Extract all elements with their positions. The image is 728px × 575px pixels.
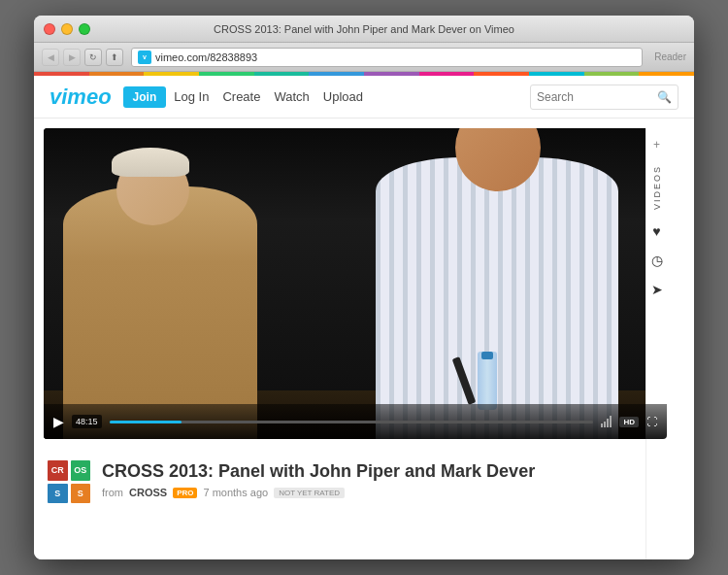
- create-link[interactable]: Create: [222, 89, 260, 104]
- search-input[interactable]: [537, 90, 653, 104]
- video-info: CR OS S S CROSS 2013: Panel with John Pi…: [34, 449, 694, 513]
- progress-bar[interactable]: [110, 421, 594, 423]
- window-controls: [44, 23, 90, 35]
- share-icon: ⬆: [111, 52, 118, 62]
- refresh-button[interactable]: ↻: [84, 49, 102, 66]
- site-favicon: v: [138, 51, 151, 64]
- search-icon[interactable]: 🔍: [657, 90, 672, 104]
- browser-window: CROSS 2013: Panel with John Piper and Ma…: [34, 16, 694, 559]
- video-scene: [44, 128, 667, 439]
- rating-badge: NOT YET RATED: [274, 488, 345, 498]
- minimize-button[interactable]: [61, 23, 73, 35]
- person-right-body: [376, 157, 618, 439]
- share-button[interactable]: ⬆: [106, 49, 123, 66]
- fullscreen-icon[interactable]: ⛶: [646, 416, 657, 427]
- channel-name[interactable]: CROSS: [129, 487, 167, 498]
- back-icon: ◀: [48, 52, 54, 62]
- main-content: vimeo Join Log In Create Watch Upload 🔍 …: [34, 76, 694, 559]
- time-display: 48:15: [72, 415, 102, 428]
- refresh-icon: ↻: [89, 52, 97, 62]
- play-button[interactable]: ▶: [53, 414, 64, 429]
- watch-link[interactable]: Watch: [274, 89, 309, 104]
- back-button[interactable]: ◀: [42, 49, 59, 66]
- reader-button[interactable]: Reader: [654, 51, 686, 62]
- video-title: CROSS 2013: Panel with John Piper and Ma…: [102, 460, 667, 483]
- login-link[interactable]: Log In: [174, 89, 209, 104]
- join-button[interactable]: Join: [123, 86, 167, 108]
- videos-tab[interactable]: VIDEOS: [652, 165, 662, 210]
- video-meta: from CROSS PRO 7 months ago NOT YET RATE…: [102, 487, 667, 498]
- url-text: vimeo.com/82838893: [155, 51, 636, 63]
- vimeo-header: vimeo Join Log In Create Watch Upload 🔍: [34, 76, 694, 118]
- maximize-button[interactable]: [79, 23, 90, 35]
- title-bar: CROSS 2013: Panel with John Piper and Ma…: [34, 16, 694, 43]
- logo-s2: S: [71, 484, 91, 504]
- hd-badge: HD: [619, 417, 639, 427]
- plus-icon[interactable]: +: [653, 138, 660, 152]
- nav-bar: ◀ ▶ ↻ ⬆ v vimeo.com/82838893 Reader: [34, 43, 694, 72]
- page-title: CROSS 2013: Panel with John Piper and Ma…: [214, 23, 514, 35]
- search-bar[interactable]: 🔍: [530, 85, 678, 110]
- address-bar[interactable]: v vimeo.com/82838893: [131, 48, 643, 67]
- right-side-panel: + VIDEOS ♥ ◷ ➤: [645, 128, 667, 559]
- progress-fill: [110, 421, 182, 423]
- vimeo-logo: vimeo: [50, 85, 112, 110]
- persons-layer: [44, 128, 667, 439]
- video-controls: ▶ 48:15 HD ⛶: [44, 404, 667, 439]
- main-nav: Log In Create Watch Upload: [174, 89, 530, 104]
- logo-os: OS: [71, 460, 91, 481]
- heart-icon[interactable]: ♥: [652, 223, 660, 239]
- video-title-section: CROSS 2013: Panel with John Piper and Ma…: [102, 460, 667, 498]
- time-ago: 7 months ago: [203, 487, 268, 498]
- logo-cr: CR: [48, 460, 68, 481]
- watch-later-icon[interactable]: ◷: [651, 253, 663, 268]
- channel-logo: CR OS S S: [48, 460, 90, 503]
- from-label: from: [102, 487, 123, 498]
- water-bottle: [478, 352, 497, 410]
- bottle-cap: [481, 352, 493, 359]
- upload-link[interactable]: Upload: [323, 89, 363, 104]
- forward-icon: ▶: [69, 52, 76, 62]
- forward-button[interactable]: ▶: [63, 49, 81, 66]
- send-icon[interactable]: ➤: [651, 282, 663, 297]
- pro-badge: PRO: [173, 488, 197, 498]
- close-button[interactable]: [44, 23, 55, 35]
- volume-bars: [601, 416, 612, 427]
- video-player[interactable]: ▶ 48:15 HD ⛶: [44, 128, 667, 439]
- person-left-hair: [112, 148, 189, 177]
- logo-s1: S: [48, 484, 68, 504]
